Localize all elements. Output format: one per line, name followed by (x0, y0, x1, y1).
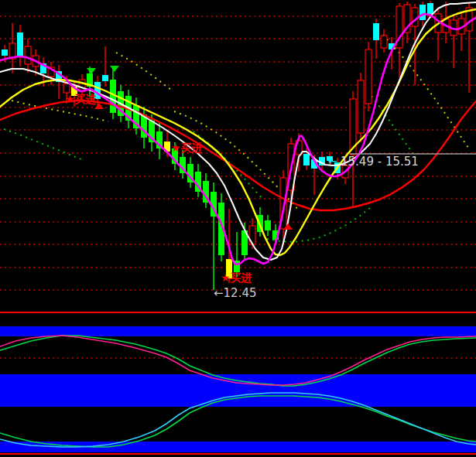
main-price-panel[interactable] (0, 0, 476, 305)
trading-chart-window: ★买进★买进★买进←12.45←15.49 - 15.51 (0, 0, 476, 457)
oscillator-panel[interactable] (0, 305, 476, 457)
